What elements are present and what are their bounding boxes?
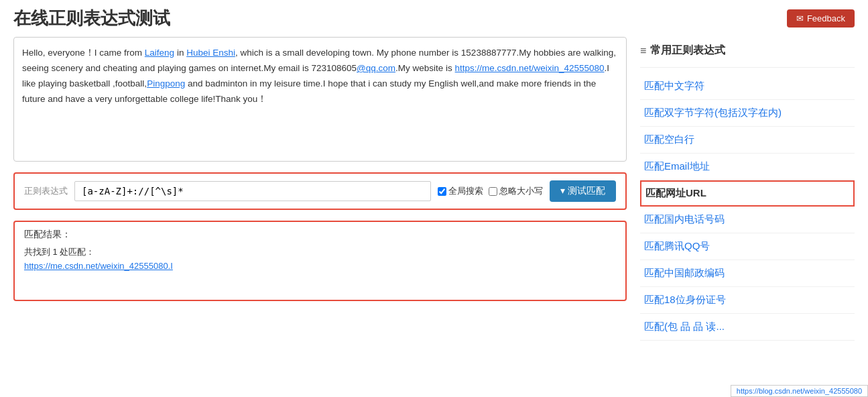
right-panel-title: ≡ 常用正则表达式	[640, 37, 855, 68]
link-pingpong[interactable]: Pingpong	[147, 78, 185, 89]
menu-item-qq[interactable]: 匹配腾讯QQ号	[640, 233, 855, 260]
menu-item-id-card[interactable]: 匹配18位身份证号	[640, 287, 855, 314]
result-match: https://me.csdn.net/weixin_42555080.I	[24, 261, 616, 271]
text-area-wrapper: Hello, everyone！I came from Laifeng in H…	[13, 37, 627, 162]
left-panel: Hello, everyone！I came from Laifeng in H…	[13, 37, 627, 341]
link-qq[interactable]: @qq.com	[357, 63, 395, 73]
feedback-button[interactable]: ✉ Feedback	[787, 9, 855, 27]
menu-item-double-byte[interactable]: 匹配双字节字符(包括汉字在内)	[640, 100, 855, 127]
list-icon: ≡	[640, 45, 646, 57]
global-search-checkbox[interactable]	[438, 187, 446, 196]
ignore-case-label[interactable]: 忽略大小写	[489, 185, 543, 197]
result-title: 匹配结果：	[24, 229, 616, 241]
feedback-label: Feedback	[807, 13, 845, 23]
result-section: 匹配结果： 共找到 1 处匹配： https://me.csdn.net/wei…	[13, 221, 627, 301]
options-area: 全局搜索 忽略大小写	[438, 185, 543, 197]
menu-item-chinese-char[interactable]: 匹配中文字符	[640, 73, 855, 100]
ignore-case-checkbox[interactable]	[489, 187, 497, 196]
menu-item-phone[interactable]: 匹配国内电话号码	[640, 207, 855, 233]
regex-label: 正则表达式	[24, 185, 68, 197]
menu-item-blank-line[interactable]: 匹配空白行	[640, 127, 855, 154]
menu-item-url[interactable]: 匹配网址URL	[640, 180, 855, 207]
right-menu: 匹配中文字符 匹配双字节字符(包括汉字在内) 匹配空白行 匹配Email地址 匹…	[640, 73, 855, 341]
text-content: Hello, everyone！I came from Laifeng in H…	[22, 46, 618, 153]
test-match-button[interactable]: ▾ 测试匹配	[550, 180, 616, 202]
menu-item-email[interactable]: 匹配Email地址	[640, 154, 855, 180]
global-search-label[interactable]: 全局搜索	[438, 185, 483, 197]
link-csdn[interactable]: https://me.csdn.net/weixin_42555080	[455, 63, 605, 73]
menu-item-other[interactable]: 匹配(包 品 品 读...	[640, 314, 855, 341]
email-icon: ✉	[796, 13, 804, 23]
regex-input[interactable]	[74, 181, 431, 201]
right-panel: ≡ 常用正则表达式 匹配中文字符 匹配双字节字符(包括汉字在内) 匹配空白行 匹…	[640, 37, 855, 341]
test-btn-label: ▾ 测试匹配	[560, 185, 605, 197]
link-hubei-enshi[interactable]: Hubei Enshi	[186, 48, 235, 58]
regex-section: 正则表达式 全局搜索 忽略大小写 ▾ 测试匹配	[13, 172, 627, 210]
top-bar: 在线正则表达式测试 ✉ Feedback	[0, 0, 868, 37]
result-count: 共找到 1 处匹配：	[24, 246, 616, 258]
main-layout: Hello, everyone！I came from Laifeng in H…	[0, 37, 868, 354]
menu-item-postal-code[interactable]: 匹配中国邮政编码	[640, 260, 855, 287]
right-panel-title-text: 常用正则表达式	[650, 44, 725, 58]
link-laifeng[interactable]: Laifeng	[145, 48, 174, 58]
page-title: 在线正则表达式测试	[13, 7, 170, 30]
